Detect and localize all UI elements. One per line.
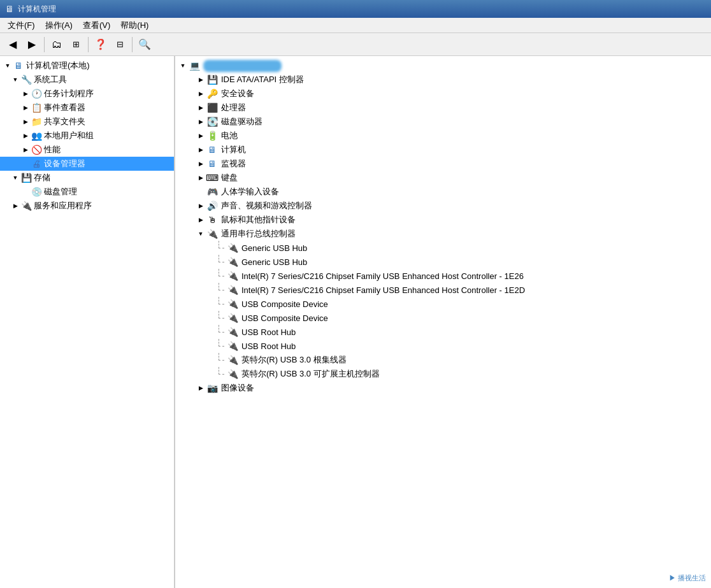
device-image[interactable]: ▶ 📷 图像设备 bbox=[175, 381, 711, 395]
help-button[interactable]: ❓ bbox=[92, 36, 110, 54]
storage-expand[interactable]: ▼ bbox=[10, 173, 20, 183]
device-intel-usb-1e2d[interactable]: 🔌 Intel(R) 7 Series/C216 Chipset Family … bbox=[175, 283, 711, 297]
keyboard-icon: ⌨ bbox=[206, 171, 219, 184]
sidebar-item-local-users[interactable]: ▶ 👥 本地用户和组 bbox=[0, 129, 174, 143]
sidebar-item-device-manager[interactable]: 🖨 设备管理器 bbox=[0, 157, 174, 171]
services-label: 服务和应用程序 bbox=[34, 200, 92, 212]
root-label: 计算机管理(本地) bbox=[26, 60, 90, 71]
device-intel-usb-1e26[interactable]: 🔌 Intel(R) 7 Series/C216 Chipset Family … bbox=[175, 269, 711, 283]
menu-view[interactable]: 查看(V) bbox=[78, 18, 115, 32]
usb-root-hub2-label: USB Root Hub bbox=[241, 341, 296, 351]
computer-expand[interactable]: ▶ bbox=[196, 145, 206, 155]
device-usb-composite-2[interactable]: 🔌 USB Composite Device bbox=[175, 311, 711, 325]
root-expand[interactable]: ▼ bbox=[3, 61, 13, 71]
toolbar: ◀ ▶ 🗂 ⊞ ❓ ⊟ 🔍 bbox=[0, 33, 711, 56]
device-battery[interactable]: ▶ 🔋 电池 bbox=[175, 129, 711, 143]
keyboard-expand[interactable]: ▶ bbox=[196, 173, 206, 183]
device-ide-ata[interactable]: ▶ 💾 IDE ATA/ATAPI 控制器 bbox=[175, 73, 711, 87]
share-icon: 📁 bbox=[31, 116, 42, 127]
event-icon: 📋 bbox=[31, 102, 42, 113]
device-disk-drive[interactable]: ▶ 💽 磁盘驱动器 bbox=[175, 115, 711, 129]
device-usb-root-hub-2[interactable]: 🔌 USB Root Hub bbox=[175, 339, 711, 353]
device-usb-composite-1[interactable]: 🔌 USB Composite Device bbox=[175, 297, 711, 311]
usb-icon: 🔌 bbox=[206, 227, 219, 240]
device-usb-hub-1[interactable]: 🔌 Generic USB Hub bbox=[175, 241, 711, 255]
battery-expand[interactable]: ▶ bbox=[196, 131, 206, 141]
task-expand[interactable]: ▶ bbox=[20, 89, 31, 99]
ide-icon: 💾 bbox=[206, 73, 219, 86]
device-security[interactable]: ▶ 🔑 安全设备 bbox=[175, 87, 711, 101]
image-icon: 📷 bbox=[206, 382, 219, 394]
device-audio[interactable]: ▶ 🔊 声音、视频和游戏控制器 bbox=[175, 199, 711, 213]
ide-expand[interactable]: ▶ bbox=[196, 75, 206, 85]
security-expand[interactable]: ▶ bbox=[196, 89, 206, 99]
system-tools-expand[interactable]: ▼ bbox=[10, 75, 20, 85]
menu-action[interactable]: 操作(A) bbox=[40, 18, 78, 32]
toolbar-separator-1 bbox=[44, 37, 45, 52]
image-label: 图像设备 bbox=[221, 382, 254, 394]
intel-usb-1e2d-icon: 🔌 bbox=[226, 283, 239, 296]
sidebar-item-storage[interactable]: ▼ 💾 存储 bbox=[0, 171, 174, 185]
sidebar-item-disk-management[interactable]: 💿 磁盘管理 bbox=[0, 185, 174, 199]
mouse-expand[interactable]: ▶ bbox=[196, 215, 206, 225]
audio-expand[interactable]: ▶ bbox=[196, 201, 206, 211]
up-button[interactable]: 🗂 bbox=[48, 36, 66, 54]
security-label: 安全设备 bbox=[221, 88, 254, 99]
services-expand[interactable]: ▶ bbox=[10, 201, 20, 211]
perf-expand[interactable]: ▶ bbox=[20, 145, 31, 155]
event-expand[interactable]: ▶ bbox=[20, 103, 31, 113]
monitor-expand[interactable]: ▶ bbox=[196, 159, 206, 169]
usb-hub1-label: Generic USB Hub bbox=[241, 243, 307, 253]
device-intel-usb3-host[interactable]: 🔌 英特尔(R) USB 3.0 可扩展主机控制器 bbox=[175, 367, 711, 381]
device-usb-root-hub-1[interactable]: 🔌 USB Root Hub bbox=[175, 325, 711, 339]
devmgr-expand bbox=[20, 159, 31, 169]
share-expand[interactable]: ▶ bbox=[20, 117, 31, 127]
sidebar-item-shared-folders[interactable]: ▶ 📁 共享文件夹 bbox=[0, 115, 174, 129]
search-button[interactable]: 🔍 bbox=[136, 36, 154, 54]
users-expand[interactable]: ▶ bbox=[20, 131, 31, 141]
share-label: 共享文件夹 bbox=[44, 116, 85, 127]
device-mouse[interactable]: ▶ 🖱 鼠标和其他指针设备 bbox=[175, 213, 711, 227]
users-icon: 👥 bbox=[31, 130, 42, 141]
device-monitor[interactable]: ▶ 🖥 监视器 bbox=[175, 157, 711, 171]
diskdrive-icon: 💽 bbox=[206, 115, 219, 128]
usb-hub1-icon: 🔌 bbox=[226, 241, 239, 254]
device-hid[interactable]: 🎮 人体学输入设备 bbox=[175, 185, 711, 199]
computer-name-blurred: 20██████████ bbox=[203, 60, 282, 72]
device-computer-root[interactable]: ▼ 💻 20██████████ bbox=[175, 59, 711, 73]
users-label: 本地用户和组 bbox=[44, 130, 94, 141]
diskdrive-expand[interactable]: ▶ bbox=[196, 117, 206, 127]
sidebar-item-services[interactable]: ▶ 🔌 服务和应用程序 bbox=[0, 199, 174, 213]
right-panel: ▼ 💻 20██████████ ▶ 💾 IDE ATA/ATAPI 控制器 ▶… bbox=[175, 56, 711, 588]
back-button[interactable]: ◀ bbox=[4, 36, 22, 54]
device-intel-usb3-hub[interactable]: 🔌 英特尔(R) USB 3.0 根集线器 bbox=[175, 353, 711, 367]
menu-help[interactable]: 帮助(H) bbox=[115, 18, 154, 32]
computer-icon: 🖥 bbox=[206, 143, 219, 156]
battery-label: 电池 bbox=[221, 130, 238, 141]
device-usb-hub-2[interactable]: 🔌 Generic USB Hub bbox=[175, 255, 711, 269]
tree-root[interactable]: ▼ 🖥 计算机管理(本地) bbox=[0, 59, 174, 73]
proc-expand[interactable]: ▶ bbox=[196, 103, 206, 113]
sidebar-item-event-viewer[interactable]: ▶ 📋 事件查看器 bbox=[0, 101, 174, 115]
intel-usb3-host-icon: 🔌 bbox=[226, 368, 239, 380]
device-computer[interactable]: ▶ 🖥 计算机 bbox=[175, 143, 711, 157]
image-expand[interactable]: ▶ bbox=[196, 383, 206, 393]
event-label: 事件查看器 bbox=[44, 102, 85, 113]
sidebar-item-system-tools[interactable]: ▼ 🔧 系统工具 bbox=[0, 73, 174, 87]
intel-usb-1e26-icon: 🔌 bbox=[226, 269, 239, 282]
forward-button[interactable]: ▶ bbox=[23, 36, 41, 54]
menu-file[interactable]: 文件(F) bbox=[3, 18, 40, 32]
disk-expand bbox=[20, 187, 31, 197]
device-keyboard[interactable]: ▶ ⌨ 键盘 bbox=[175, 171, 711, 185]
usb-expand[interactable]: ▼ bbox=[196, 229, 206, 239]
sidebar-item-performance[interactable]: ▶ 🚫 性能 bbox=[0, 143, 174, 157]
usb-composite1-label: USB Composite Device bbox=[241, 299, 328, 309]
device-processor[interactable]: ▶ ⬛ 处理器 bbox=[175, 101, 711, 115]
show-tree-button[interactable]: ⊞ bbox=[67, 36, 85, 54]
menu-bar: 文件(F) 操作(A) 查看(V) 帮助(H) bbox=[0, 18, 711, 33]
sidebar-item-task-scheduler[interactable]: ▶ 🕐 任务计划程序 bbox=[0, 87, 174, 101]
root-expand-icon[interactable]: ▼ bbox=[178, 61, 188, 71]
watermark: ▶ 播视生活 bbox=[669, 573, 706, 583]
prop-button[interactable]: ⊟ bbox=[111, 36, 129, 54]
device-usb-controllers[interactable]: ▼ 🔌 通用串行总线控制器 bbox=[175, 227, 711, 241]
